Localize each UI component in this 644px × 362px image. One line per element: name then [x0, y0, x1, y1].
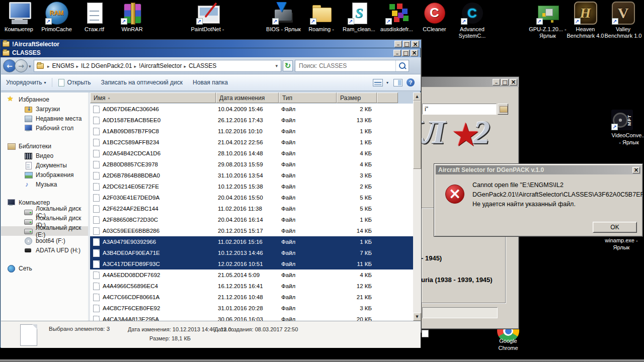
ok-button[interactable]: OK: [593, 222, 637, 233]
table-row[interactable]: A4C8C7F6CEB0FE92 31.01.2016 20:28 Файл 3…: [90, 303, 413, 314]
maximize-button[interactable]: [402, 50, 410, 56]
file-date-cell: 28.10.2016 14:48: [216, 150, 279, 156]
close-button[interactable]: [411, 50, 418, 56]
table-row[interactable]: A2F6224AF2EBC144 11.02.2016 11:38 Файл 5…: [90, 203, 413, 214]
breadcrumb-segment[interactable]: !AircraftSelector: [133, 62, 183, 69]
vertical-scrollbar[interactable]: ▲ ▼: [413, 93, 421, 321]
table-row[interactable]: A4C7C66CDF80661A 21.12.2016 10:48 Файл 2…: [90, 292, 413, 303]
table-row[interactable]: A2F030E41E7DED9A 20.04.2016 15:50 Файл 5…: [90, 192, 413, 203]
explorer-titlebar[interactable]: CLASSES: [1, 48, 420, 57]
desktop-icon[interactable]: Ram_clean...: [340, 2, 378, 33]
sidebar-item[interactable]: Музыка: [1, 179, 88, 189]
minimize-button[interactable]: [394, 41, 402, 47]
organize-menu[interactable]: Упорядочить▾: [1, 77, 51, 88]
desktop-icon[interactable]: Heaven Benchmark 4.0: [567, 2, 604, 39]
breadcrumb-segment[interactable]: ENGMS: [46, 62, 75, 69]
burn-button[interactable]: Записать на оптический диск: [96, 77, 188, 88]
sidebar-item[interactable]: Изображения: [1, 170, 88, 179]
new-folder-button[interactable]: Новая папка: [188, 77, 233, 88]
change-view-button[interactable]: ▾: [368, 77, 389, 88]
column-header-type[interactable]: Тип: [279, 93, 337, 103]
sidebar-item[interactable]: Избранное: [1, 95, 88, 104]
mpt-videoconverter-icon-wrap[interactable]: [611, 110, 633, 130]
desktop-icon[interactable]: Advanced SystemC...: [453, 2, 491, 39]
sidebar-item[interactable]: Видео: [1, 151, 88, 160]
table-row[interactable]: A3A9479E90392966 11.02.2016 15:16 Файл 1…: [90, 236, 413, 247]
table-row[interactable]: A4A5EDD08DDF7692 21.05.2014 5:09 Файл 4 …: [90, 269, 413, 281]
minimize-button[interactable]: [393, 50, 401, 56]
desktop-icon[interactable]: WinRAR: [113, 2, 151, 33]
table-row[interactable]: A03C59EEE6BBB286 20.12.2015 15:17 Файл 1…: [90, 225, 413, 236]
status-field[interactable]: [422, 307, 498, 318]
column-header-size[interactable]: Размер: [337, 93, 377, 103]
app-window-titlebar[interactable]: [418, 77, 519, 87]
desktop-icon[interactable]: GPU-Z.1.20... - Ярлык: [529, 2, 567, 39]
table-row[interactable]: A1BC2C589AFFB234 21.04.2012 22:56 Файл 1…: [90, 137, 413, 148]
forward-button[interactable]: →: [15, 59, 28, 72]
desktop-icon[interactable]: Valley Benchmark 1.0: [604, 2, 642, 39]
desktop-icon-label: ausdiskdefr...: [380, 26, 413, 33]
sort-asc-icon: [105, 96, 110, 100]
taskbar-edge[interactable]: [0, 359, 644, 362]
sidebar-item[interactable]: Сеть: [1, 263, 88, 273]
maximize-button[interactable]: [501, 79, 509, 85]
sidebar-item[interactable]: ADATA UFD (H:): [1, 245, 88, 255]
breadcrumb-segment[interactable]: IL2 DGenPack2.01: [75, 62, 133, 69]
table-row[interactable]: A2F886508C72D30C 20.04.2016 16:14 Файл 1…: [90, 214, 413, 225]
sidebar-item[interactable]: Загрузки: [1, 104, 88, 114]
sidebar-item[interactable]: Недавние места: [1, 114, 88, 123]
outer-window-titlebar[interactable]: !AircraftSelector: [1, 40, 421, 48]
desktop-icon[interactable]: PaintDotNet -: [189, 2, 226, 33]
sidebar-item[interactable]: Документы: [1, 160, 88, 170]
table-row[interactable]: A2D6B7864B8BDBA0 31.10.2016 13:54 Файл 3…: [90, 170, 413, 181]
table-row[interactable]: A2B80D8857CE3978 29.08.2013 15:59 Файл 4…: [90, 159, 413, 170]
desktop-icon[interactable]: ausdiskdefr...: [378, 2, 416, 33]
breadcrumb-segment[interactable]: CLASSES: [183, 62, 217, 69]
search-icon[interactable]: [395, 60, 409, 71]
help-icon[interactable]: ?: [407, 78, 415, 86]
table-row[interactable]: A0D1587EBACB5EE0 26.12.2016 17:43 Файл 1…: [90, 115, 413, 126]
column-header-blank[interactable]: [377, 93, 398, 103]
column-header-date[interactable]: Дата изменения: [216, 93, 279, 103]
refresh-button[interactable]: ↻: [283, 60, 293, 71]
scroll-up-icon[interactable]: ▲: [413, 93, 421, 101]
breadcrumb[interactable]: ENGMSIL2 DGenPack2.01!AircraftSelectorCL…: [34, 60, 281, 72]
winamp-icon-label[interactable]: winamp.exe -Ярлык: [596, 237, 644, 251]
open-button[interactable]: Открыть: [53, 77, 96, 88]
table-row[interactable]: A4CA3A4A813E295A 30.06.2016 16:03 Файл 2…: [90, 314, 413, 321]
desktop-icon[interactable]: Компьютер: [0, 2, 38, 33]
file-date-cell: 21.12.2016 10:48: [216, 294, 279, 300]
table-row[interactable]: A3C417DEFD89F93C 12.02.2016 10:51 Файл 1…: [90, 258, 413, 269]
file-size-cell: 20 КБ: [337, 316, 377, 321]
desktop-icon[interactable]: Roaming -: [302, 2, 340, 33]
sidebar-item[interactable]: Рабочий стол: [1, 123, 88, 133]
history-dropdown-icon[interactable]: ▾: [29, 64, 31, 69]
table-row[interactable]: A4A4966C56896EC4 16.12.2015 16:41 Файл 1…: [90, 281, 413, 292]
breadcrumb-dropdown-icon[interactable]: ▾: [275, 63, 278, 68]
preview-pane-icon[interactable]: [393, 79, 403, 86]
dialog-title: Aircraft Selector for DGenPACK v.1.0: [438, 166, 544, 173]
scrollbar-thumb[interactable]: [413, 101, 421, 169]
table-row[interactable]: A2DC6214E05E72FE 10.12.2015 15:38 Файл 2…: [90, 181, 413, 192]
close-icon[interactable]: [632, 167, 640, 173]
column-header-name[interactable]: Имя: [90, 93, 216, 103]
desktop-icon[interactable]: PrimoCache: [38, 2, 75, 33]
table-row[interactable]: A3B4DE0AF90EA71E 10.12.2013 14:46 Файл 7…: [90, 247, 413, 258]
table-row[interactable]: A1AB09D857B7F9C8 11.02.2016 10:10 Файл 1…: [90, 126, 413, 137]
sidebar-item[interactable]: Библиотеки: [1, 141, 88, 151]
scroll-down-icon[interactable]: ▼: [413, 313, 421, 321]
minimize-button[interactable]: [493, 79, 500, 85]
dialog-titlebar[interactable]: Aircraft Selector for DGenPACK v.1.0: [436, 165, 641, 174]
file-size-cell: 2 КБ: [337, 106, 377, 112]
table-row[interactable]: A0D67D6EAC306046 10.04.2009 15:46 Файл 2…: [90, 104, 413, 115]
search-box[interactable]: Поиск: CLASSES: [295, 60, 409, 72]
close-button[interactable]: [510, 79, 517, 85]
close-button[interactable]: [412, 41, 419, 47]
desktop-icon[interactable]: Стаж.rtf: [75, 2, 113, 33]
desktop-icon[interactable]: BIOS - Ярлык: [265, 2, 302, 33]
maximize-button[interactable]: [403, 41, 411, 47]
table-row[interactable]: A02A54B42CDCA1D6 28.10.2016 14:48 Файл 4…: [90, 148, 413, 159]
search-input[interactable]: Поиск: CLASSES: [295, 62, 395, 69]
sidebar-item[interactable]: Локальный диск (E:): [1, 226, 88, 236]
desktop-icon[interactable]: CCleaner: [416, 2, 453, 33]
